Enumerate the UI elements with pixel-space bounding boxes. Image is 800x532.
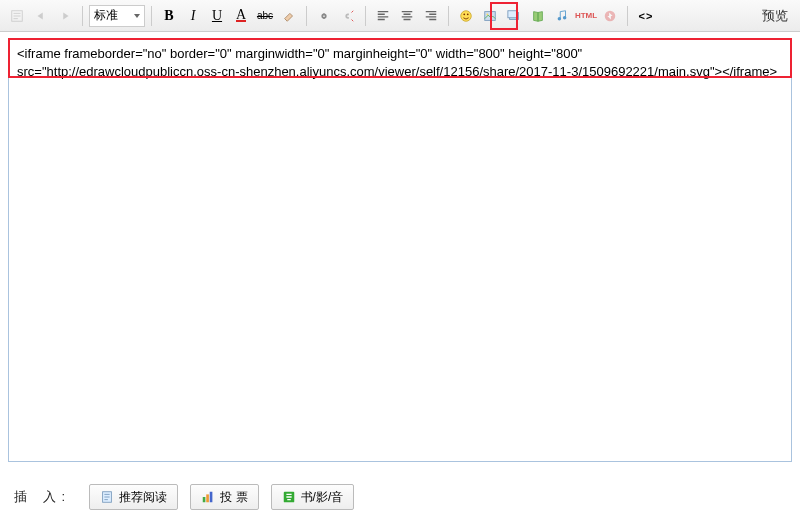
dou-icon <box>282 490 296 504</box>
italic-icon: I <box>191 8 196 24</box>
align-center-button[interactable] <box>396 5 418 27</box>
unlink-button[interactable] <box>337 5 359 27</box>
editor-toolbar: 标准 B I U A abc HTML < > 预览 <box>0 0 800 32</box>
book-media-button[interactable]: 书/影/音 <box>271 484 355 510</box>
align-center-icon <box>400 9 414 23</box>
book-icon <box>531 9 545 23</box>
svg-point-8 <box>558 16 562 20</box>
music-button[interactable] <box>551 5 573 27</box>
html-icon: HTML <box>575 11 597 20</box>
link-icon <box>317 9 331 23</box>
source-icon[interactable] <box>6 5 28 27</box>
svg-point-9 <box>563 16 567 20</box>
font-color-icon: A <box>236 10 246 22</box>
svg-rect-12 <box>203 497 206 502</box>
svg-rect-13 <box>206 494 209 502</box>
align-right-button[interactable] <box>420 5 442 27</box>
align-right-icon <box>424 9 438 23</box>
doc-icon <box>100 490 114 504</box>
editor-container <box>0 32 800 466</box>
preview-link[interactable]: 预览 <box>762 7 788 25</box>
underline-button[interactable]: U <box>206 5 228 27</box>
chevron-down-icon <box>134 14 140 18</box>
svg-point-2 <box>463 13 465 15</box>
code-button[interactable]: < > <box>634 5 656 27</box>
align-left-icon <box>376 9 390 23</box>
link-button[interactable] <box>313 5 335 27</box>
recommend-read-button[interactable]: 推荐阅读 <box>89 484 178 510</box>
flash-icon <box>603 9 617 23</box>
clear-format-button[interactable] <box>278 5 300 27</box>
font-size-label: 标准 <box>94 7 118 24</box>
insert-label: 插 入: <box>14 488 71 506</box>
source-editor[interactable] <box>8 38 792 462</box>
italic-button[interactable]: I <box>182 5 204 27</box>
font-color-button[interactable]: A <box>230 5 252 27</box>
strike-icon: abc <box>257 10 273 21</box>
underline-icon: U <box>212 8 222 24</box>
book-media-label: 书/影/音 <box>301 489 344 506</box>
align-left-button[interactable] <box>372 5 394 27</box>
book-button[interactable] <box>527 5 549 27</box>
bold-icon: B <box>164 8 173 24</box>
redo-icon[interactable] <box>54 5 76 27</box>
flash-button[interactable] <box>599 5 621 27</box>
vote-label: 投 票 <box>220 489 247 506</box>
strike-button[interactable]: abc <box>254 5 276 27</box>
undo-icon[interactable] <box>30 5 52 27</box>
footer-bar: 插 入: 推荐阅读 投 票 书/影/音 <box>0 466 800 528</box>
highlight-code-button <box>490 2 518 30</box>
music-icon <box>555 9 569 23</box>
html-button[interactable]: HTML <box>575 5 597 27</box>
recommend-label: 推荐阅读 <box>119 489 167 506</box>
bold-button[interactable]: B <box>158 5 180 27</box>
emoji-icon <box>459 9 473 23</box>
font-size-select[interactable]: 标准 <box>89 5 145 27</box>
chart-icon <box>201 490 215 504</box>
emoji-button[interactable] <box>455 5 477 27</box>
svg-point-3 <box>467 13 469 15</box>
svg-rect-14 <box>210 492 213 503</box>
vote-button[interactable]: 投 票 <box>190 484 258 510</box>
eraser-icon <box>282 9 296 23</box>
unlink-icon <box>341 9 355 23</box>
svg-point-1 <box>461 10 472 21</box>
code-icon: < > <box>639 10 652 22</box>
